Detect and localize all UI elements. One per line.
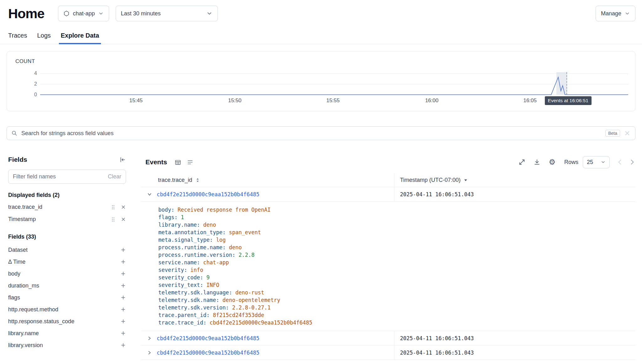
event-trace-cell: cbd4f2e215d0000c9eaa152b0b4f6485 [141,331,394,345]
add-field-icon[interactable] [120,283,126,288]
all-fields-header: Fields (33) [8,234,126,240]
x-tick-label: 16:00 [425,98,439,104]
events-header: Events [141,156,635,168]
trace-id-link[interactable]: cbd4f2e215d0000c9eaa152b0b4f6485 [157,350,260,356]
list-view-icon[interactable] [187,159,193,166]
field-row[interactable]: Δ Time [8,256,126,268]
attribute-line: flags: 1 [158,214,635,221]
rows-per-page-select[interactable]: 25 [583,156,610,168]
add-field-icon[interactable] [120,295,126,300]
column-header-trace-id[interactable]: trace.trace_id [141,173,394,187]
field-row[interactable]: body [8,268,126,280]
event-row[interactable]: cbd4f2e215d0000c9eaa152b0b4f64852025-04-… [141,331,635,346]
field-row[interactable]: http.response.status_code [8,315,126,327]
field-label: http.response.status_code [8,318,120,325]
settings-gear-icon[interactable]: ⚙ [549,158,555,166]
chart-title: COUNT [15,58,35,65]
field-row[interactable]: library.version [8,339,126,351]
attribute-value: deno-rust [235,289,264,296]
tabs: TracesLogsExplore Data [0,29,642,44]
chevron-down-icon [206,10,213,17]
manage-label: Manage [601,10,621,17]
attribute-key: meta.signal_type: [158,237,216,243]
attribute-line: trace.trace_id: cbd4f2e215d0000c9eaa152b… [158,319,635,326]
manage-button[interactable]: Manage [596,6,635,21]
field-row[interactable]: library.name [8,327,126,339]
x-axis: 15:4515:5015:5516:0016:05 [40,98,628,104]
attribute-value: INFO [207,282,219,288]
field-row[interactable]: flags [8,292,126,303]
add-field-icon[interactable] [120,271,126,277]
column-label: trace.trace_id [158,177,192,183]
event-timestamp: 2025-04-11 16:06:51.043 [394,346,635,360]
trace-id-link[interactable]: cbd4f2e215d0000c9eaa152b0b4f6485 [157,191,260,198]
chevron-down-icon [601,160,606,165]
field-label: duration_ms [8,282,120,289]
events-body: cbd4f2e215d0000c9eaa152b0b4f64852025-04-… [141,187,635,360]
previous-page-icon[interactable] [617,159,624,166]
next-page-icon[interactable] [629,159,635,166]
displayed-field-row[interactable]: trace.trace_id [8,201,126,213]
expand-row-icon[interactable] [145,335,154,341]
attribute-key: trace.trace_id: [158,319,210,326]
add-field-icon[interactable] [120,259,126,265]
drag-handle-icon[interactable] [111,204,116,210]
tab-traces[interactable]: Traces [6,29,29,44]
field-row[interactable]: Dataset [8,244,126,256]
attribute-line: process.runtime.name: deno [158,244,635,251]
add-field-icon[interactable] [120,330,126,336]
field-label: library.name [8,330,120,337]
attribute-line: body: Received response from OpenAI [158,206,635,214]
y-tick-label: 2 [25,81,37,87]
add-field-icon[interactable] [120,319,126,324]
chart-tooltip: Events at 16:06:51 [545,96,592,105]
expand-view-icon[interactable] [518,159,525,166]
attribute-key: process.runtime.version: [158,252,239,258]
clear-search-icon[interactable] [624,130,631,137]
attribute-key: telemetry.sdk.version: [158,304,232,311]
download-icon[interactable] [534,159,540,166]
field-row[interactable]: duration_ms [8,280,126,292]
remove-field-icon[interactable] [121,217,126,222]
y-tick-label: 0 [25,92,37,98]
collapse-panel-icon[interactable] [119,156,126,163]
sort-icon[interactable] [195,178,200,182]
expand-row-icon[interactable] [145,350,154,356]
table-view-icon[interactable] [175,159,181,166]
trace-id-link[interactable]: cbd4f2e215d0000c9eaa152b0b4f6485 [157,335,260,341]
column-header-timestamp[interactable]: Timestamp (UTC-07:00) [394,173,635,187]
x-tick-label: 15:50 [228,98,242,104]
tab-logs[interactable]: Logs [35,29,52,44]
drag-handle-icon[interactable] [111,217,116,222]
attribute-value: log [216,237,226,243]
attribute-key: telemetry.sdk.language: [158,289,235,296]
search-input[interactable] [21,130,602,137]
event-row[interactable]: cbd4f2e215d0000c9eaa152b0b4f64852025-04-… [141,346,635,360]
event-row[interactable]: cbd4f2e215d0000c9eaa152b0b4f64852025-04-… [141,187,635,202]
fields-title: Fields [8,156,27,163]
attribute-line: severity_code: 9 [158,274,635,281]
time-range-selector[interactable]: Last 30 minutes [116,6,218,21]
event-timestamp: 2025-04-11 16:06:51.043 [394,331,635,345]
add-field-icon[interactable] [120,342,126,348]
dataset-selector[interactable]: chat-app [58,6,109,21]
dataset-hexagon-icon [63,10,70,17]
fields-list: DatasetΔ Timebodyduration_msflagshttp.re… [8,244,126,351]
field-filter-input[interactable] [13,173,108,180]
column-label: Timestamp (UTC-07:00) [400,177,460,183]
clear-filter-button[interactable]: Clear [108,173,121,180]
add-field-icon[interactable] [120,307,126,312]
event-detail: body: Received response from OpenAIflags… [141,202,635,331]
add-field-icon[interactable] [120,247,126,253]
sort-caret-icon[interactable] [464,178,468,182]
remove-field-icon[interactable] [121,204,126,210]
attribute-value: deno-opentelemetry [223,297,280,303]
field-row[interactable]: http.request.method [8,303,126,315]
field-label: flags [8,294,120,301]
collapse-row-icon[interactable] [145,192,154,197]
chevron-down-icon [624,11,630,16]
displayed-field-row[interactable]: Timestamp [8,213,126,225]
rows-per-page-value: 25 [587,159,593,166]
chart-plot-area[interactable]: 4 2 0 15:4515:5015:5516:0016:05 Events a… [40,73,628,95]
tab-explore-data[interactable]: Explore Data [59,29,101,44]
